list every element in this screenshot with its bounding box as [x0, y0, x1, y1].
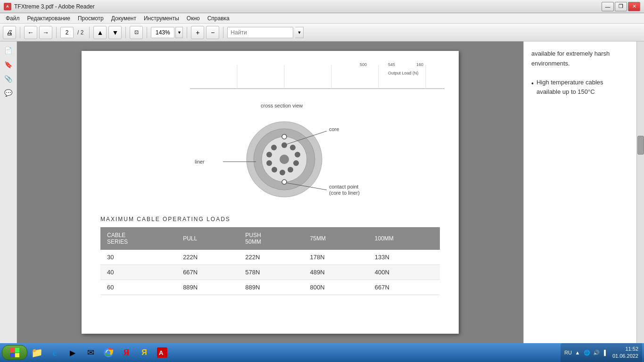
svg-rect-36	[15, 353, 19, 357]
print-button[interactable]: 🖨	[3, 26, 16, 39]
bookmarks-icon[interactable]: 🔖	[3, 59, 14, 70]
svg-point-15	[295, 152, 300, 157]
fit-width-button[interactable]: ⊡	[130, 26, 143, 39]
svg-text:500: 500	[360, 62, 367, 67]
next-page-button[interactable]: ▼	[108, 26, 122, 39]
svg-point-21	[266, 152, 272, 157]
svg-point-20	[266, 160, 272, 166]
title-bar: A TFXtreme 3.pdf - Adobe Reader — ❐ ✕	[0, 0, 644, 13]
table-section: MAXIMUM CABLE OPERATING LOADS CABLE SERI…	[96, 216, 445, 295]
separator-1	[20, 27, 20, 38]
push50-60: 889N	[239, 280, 303, 295]
push75-40: 489N	[304, 265, 368, 280]
tray-network: 🌐	[583, 349, 591, 356]
pages-icon[interactable]: 📄	[3, 45, 14, 56]
clock-time: 11:52	[612, 346, 638, 353]
left-sidebar: 📄 🔖 📎 💬	[0, 41, 17, 343]
main-area: 📄 🔖 📎 💬 500 545 160 Output Load (N)	[0, 41, 644, 343]
push100-60: 667N	[368, 280, 440, 295]
svg-text:Output Load (N): Output Load (N)	[388, 71, 419, 75]
system-tray: RU ▲ 🌐 🔊 ▌ 11:52 01.06.2022	[561, 343, 642, 362]
menu-document[interactable]: Документ	[107, 14, 140, 23]
table-section-title: MAXIMUM CABLE OPERATING LOADS	[100, 216, 440, 222]
taskbar-folder[interactable]: 📁	[28, 345, 45, 361]
start-button[interactable]	[2, 345, 27, 360]
separator-5	[147, 27, 147, 38]
menu-help[interactable]: Справка	[204, 14, 233, 23]
zoom-dropdown-button[interactable]: ▼	[175, 27, 183, 38]
search-input[interactable]	[227, 27, 293, 38]
prev-page-button[interactable]: ▲	[93, 26, 107, 39]
comments-icon[interactable]: 💬	[3, 88, 14, 98]
svg-point-22	[271, 145, 277, 150]
taskbar-yandex-browser[interactable]: Я	[136, 345, 153, 361]
menu-edit[interactable]: Редактирование	[24, 14, 74, 23]
svg-text:core: core	[329, 126, 339, 132]
pdf-area: 500 545 160 Output Load (N)	[17, 41, 523, 343]
svg-rect-33	[10, 348, 15, 353]
menu-window[interactable]: Окно	[183, 14, 204, 23]
tray-language: RU	[564, 349, 572, 356]
page-number-input[interactable]	[60, 27, 74, 38]
scrollbar-track[interactable]	[636, 41, 644, 343]
search-dropdown-button[interactable]: ▼	[295, 27, 304, 38]
menu-view[interactable]: Просмотр	[74, 14, 107, 23]
push100-40: 400N	[368, 265, 440, 280]
svg-point-17	[288, 167, 293, 173]
taskbar-ie[interactable]: e	[46, 345, 63, 361]
svg-text:contact point: contact point	[329, 184, 358, 189]
series-40: 40	[100, 265, 176, 280]
separator-7	[223, 27, 223, 38]
close-button[interactable]: ✕	[628, 2, 640, 11]
zoom-input[interactable]	[151, 27, 174, 38]
pull-60: 889N	[176, 280, 239, 295]
zoom-out-button[interactable]: −	[206, 26, 219, 39]
table-row: 30 222N 222N 178N 133N	[100, 250, 440, 265]
minimize-button[interactable]: —	[602, 2, 614, 11]
chrome-icon	[103, 347, 114, 358]
svg-text:545: 545	[388, 62, 395, 67]
acrobat-icon: A	[157, 347, 167, 358]
scrollbar-thumb[interactable]	[637, 136, 644, 155]
push75-30: 178N	[304, 250, 368, 265]
clock-date: 01.06.2022	[612, 353, 638, 360]
bullet-icon: •	[531, 79, 534, 96]
svg-point-23	[280, 155, 289, 164]
tray-volume[interactable]: 🔊	[593, 349, 600, 356]
menu-bar: Файл Редактирование Просмотр Документ Ин…	[0, 13, 644, 24]
svg-point-18	[280, 170, 285, 175]
sidebar-text-1: available for extremely harsh environmen…	[531, 49, 629, 69]
taskbar-mail[interactable]: ✉	[82, 345, 99, 361]
menu-tools[interactable]: Инструменты	[140, 14, 183, 23]
svg-text:A: A	[159, 349, 164, 356]
col-header-push50: PUSH 50MM	[239, 227, 303, 250]
table-row: 40 667N 578N 489N 400N	[100, 265, 440, 280]
taskbar-acrobat[interactable]: A	[154, 345, 171, 361]
tray-expand[interactable]: ▲	[574, 349, 581, 356]
col-header-series: CABLE SERIES	[100, 227, 176, 250]
toolbar: 🖨 ← → / 2 ▲ ▼ ⊡ ▼ + − ▼	[0, 24, 644, 41]
bullet-item-1: • High temperature cables available up t…	[531, 78, 629, 96]
menu-file[interactable]: Файл	[2, 14, 24, 23]
back-button[interactable]: ←	[24, 26, 37, 39]
col-header-push75: 75MM	[304, 227, 368, 250]
separator-6	[187, 27, 187, 38]
forward-button[interactable]: →	[39, 26, 52, 39]
zoom-in-button[interactable]: +	[191, 26, 204, 39]
restore-button[interactable]: ❐	[615, 2, 627, 11]
svg-text:liner: liner	[195, 159, 205, 165]
window-controls: — ❐ ✕	[602, 2, 640, 11]
tray-icons: RU ▲ 🌐 🔊 ▌	[564, 349, 610, 356]
taskbar-chrome[interactable]	[100, 345, 117, 361]
taskbar-yandex[interactable]: Я	[118, 345, 135, 361]
svg-point-39	[107, 351, 110, 354]
taskbar-media[interactable]: ▶	[64, 345, 81, 361]
svg-point-19	[272, 167, 277, 173]
push75-60: 800N	[304, 280, 368, 295]
attachments-icon[interactable]: 📎	[3, 74, 14, 84]
pull-30: 222N	[176, 250, 239, 265]
cable-table: CABLE SERIES PULL PUSH 50MM	[100, 227, 440, 295]
diagram-section: cross section view	[96, 103, 445, 206]
page-total: / 2	[75, 29, 85, 36]
tray-battery: ▌	[602, 349, 610, 356]
